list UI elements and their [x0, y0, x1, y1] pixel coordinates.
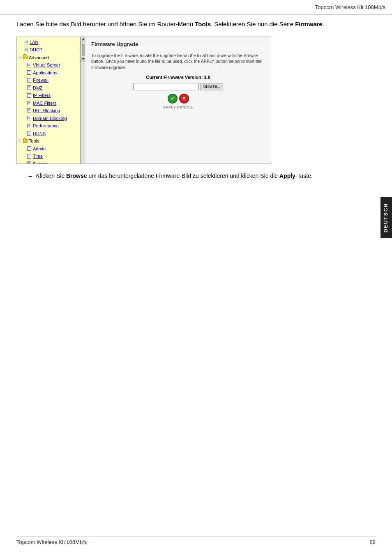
page-icon — [27, 108, 32, 113]
bullet-bold-browse: Browse — [66, 173, 87, 179]
footer-left: Topcom Wireless Kit 108Mb/s — [16, 539, 87, 545]
sidebar-item-ip-filters[interactable]: IP Filters — [17, 92, 80, 99]
scrollbar[interactable]: ▲ ▼ — [81, 37, 85, 164]
sidebar: LAN DHCP ⊟ Advanced Virtual Server Appli — [17, 37, 81, 164]
apply-button[interactable] — [168, 94, 178, 104]
firmware-panel-title: Firmware Upgrade — [91, 41, 265, 49]
sidebar-item-performance[interactable]: Performance — [17, 122, 80, 130]
footer: Topcom Wireless Kit 108Mb/s 89 — [16, 536, 376, 545]
sidebar-item-ddns[interactable]: DDNS — [17, 130, 80, 138]
firmware-file-input[interactable] — [133, 83, 199, 90]
sidebar-item-dmz[interactable]: DMZ — [17, 84, 80, 92]
page-icon — [27, 123, 32, 128]
sidebar-item-system[interactable]: System — [17, 160, 80, 164]
bullet-text-2: um das heruntergeladene Firmware-Bild zu… — [87, 173, 279, 179]
folder-icon — [23, 55, 28, 60]
page-icon — [27, 85, 32, 90]
sidebar-item-url-blocking[interactable]: URL Blocking — [17, 107, 80, 115]
sidebar-item-time[interactable]: Time — [17, 152, 80, 160]
sidebar-item-lan[interactable]: LAN — [17, 39, 80, 46]
page-icon — [27, 131, 32, 136]
sidebar-item-dhcp[interactable]: DHCP — [17, 46, 80, 54]
page-icon — [27, 62, 32, 67]
bullet-section: – Klicken Sie Browse um das heruntergela… — [29, 171, 376, 180]
firmware-description: To upgrade the firmware, locate the upgr… — [91, 53, 265, 71]
page-icon — [23, 40, 28, 45]
page-icon — [27, 146, 32, 151]
intro-text-3: . — [323, 21, 324, 28]
intro-bold-firmware: Firmware — [295, 21, 323, 28]
bullet-item: – Klicken Sie Browse um das heruntergela… — [29, 171, 376, 180]
page-icon — [27, 101, 32, 106]
sidebar-item-domain-blocking[interactable]: Domain Blocking — [17, 115, 80, 122]
header-title: Topcom Wireless Kit 108Mb/s — [315, 4, 385, 10]
firmware-panel: Firmware Upgrade To upgrade the firmware… — [85, 37, 271, 164]
firmware-browse-row: Browse... — [91, 83, 265, 90]
firmware-version: Current Firmware Version: 1.0 — [91, 75, 265, 80]
sidebar-item-firewall[interactable]: Firewall — [17, 76, 80, 84]
cancel-button[interactable] — [179, 94, 189, 104]
sidebar-item-applications[interactable]: Applications — [17, 69, 80, 77]
bullet-text-3: -Taste. — [295, 173, 313, 179]
bullet-dash: – — [29, 171, 32, 180]
sidebar-item-admin[interactable]: Admin — [17, 145, 80, 153]
page-icon — [27, 78, 32, 83]
page-icon — [23, 47, 28, 52]
action-icons-row — [168, 94, 189, 104]
collapse-icon: ⊟ — [18, 138, 22, 144]
sidebar-item-mac-filters[interactable]: MAC Filters — [17, 99, 80, 107]
apply-cancel-label: APPLY CANCEL — [163, 105, 193, 109]
header-bar: Topcom Wireless Kit 108Mb/s — [0, 0, 392, 15]
intro-paragraph: Laden Sie bitte das Bild herunter und öf… — [16, 20, 376, 29]
sidebar-item-tools[interactable]: ⊟ Tools — [17, 137, 80, 145]
page-icon — [27, 116, 32, 121]
intro-bold-tools: Tools — [195, 21, 211, 28]
bullet-text-1: Klicken Sie — [36, 173, 66, 179]
page-icon — [27, 70, 32, 75]
sidebar-item-virtual-server[interactable]: Virtual Server — [17, 61, 80, 69]
sidebar-item-advanced[interactable]: ⊟ Advanced — [17, 54, 80, 62]
footer-right: 89 — [370, 539, 376, 545]
router-ui: LAN DHCP ⊟ Advanced Virtual Server Appli — [16, 37, 271, 164]
intro-text-1: Laden Sie bitte das Bild herunter und öf… — [16, 21, 195, 28]
folder-icon — [23, 138, 28, 143]
bullet-bold-apply: Apply — [279, 173, 295, 179]
browse-button[interactable]: Browse... — [201, 83, 224, 90]
page-icon — [27, 93, 32, 98]
side-tab-deutsch: DEUTSCH — [380, 197, 392, 238]
bullet-text: Klicken Sie Browse um das heruntergelade… — [36, 171, 313, 180]
page-icon — [27, 161, 32, 164]
page-icon — [27, 154, 32, 159]
firmware-actions: APPLY CANCEL — [91, 94, 265, 109]
collapse-icon: ⊟ — [18, 55, 22, 60]
main-content: Laden Sie bitte das Bild herunter und öf… — [16, 20, 376, 180]
intro-text-2: . Selektieren Sie nun die Seite — [211, 21, 295, 28]
